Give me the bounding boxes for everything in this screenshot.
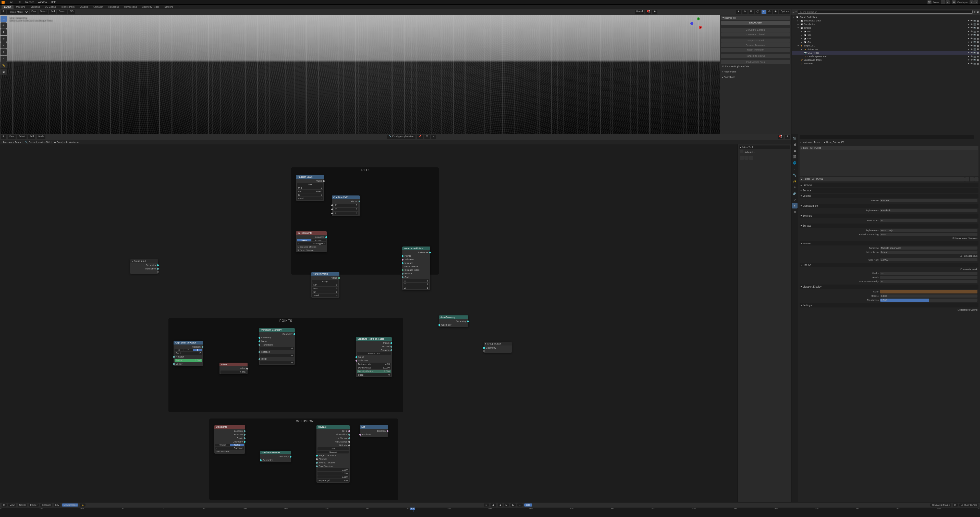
type-dropdown[interactable]: Integer [312,280,339,283]
interpolation-dropdown[interactable]: Linear [880,251,977,254]
npanel-convert-editable[interactable]: Convert to Editable [721,28,790,32]
pass-index-field[interactable]: 0 [880,219,977,222]
npanel-icon-3[interactable] [749,156,753,160]
shading-solid-icon[interactable]: ● [762,10,766,14]
node-menu-select[interactable]: Select [17,135,27,139]
node-header[interactable]: Raycast [317,425,350,429]
viewport-render[interactable] [0,15,720,134]
material-fake-user-icon[interactable] [965,177,969,181]
max-field[interactable]: Max0.000 [297,190,323,193]
mode-selector[interactable]: Object Mode [7,10,29,14]
collection-field[interactable]: ▫Eucalyptus [297,242,326,245]
viewlayer-selector[interactable]: ▦ ViewLayer [950,0,969,4]
node-random-value-1[interactable]: Random Value Value Float Min0 Max0.000 I… [296,175,324,201]
viewport-menu-view[interactable]: View [30,10,38,14]
npanel-active-tool-header[interactable]: ▾ Active Tool [739,145,790,149]
gizmo-y-axis[interactable]: Y [697,17,700,21]
transparent-shadows-check[interactable]: Transparent Shadows [953,237,977,240]
outliner-tree[interactable]: ▾▣Scene Collection ▸▣Eucalyptus small⏷👁📷… [791,15,980,134]
node-shield-icon[interactable]: 🛡 [425,135,430,139]
tree-row[interactable]: ▾▲Empty.001⏷👁📷▦ [792,44,980,48]
node-header[interactable]: Random Value [296,175,324,179]
panel-volume[interactable]: Volume [800,194,978,198]
tree-row[interactable]: ▾▣botaniq⏷👁📷▦ [792,26,980,30]
tool-cursor-icon[interactable]: ✛ [0,22,6,29]
node-menu-node[interactable]: Node [37,135,45,139]
node-header[interactable]: Distribute Points on Faces [356,337,392,340]
node-object-info[interactable]: Object Info Location Rotation Scale Geom… [215,425,245,454]
ptab-world-icon[interactable]: 🌐 [792,160,797,165]
node-value[interactable]: Value Value 5.000 [220,363,248,374]
outliner-filter-icon[interactable]: ⚙ [974,11,976,13]
crumb-nodegroup[interactable]: ◆ Eucalyputs plantation [54,141,79,143]
node-header[interactable]: Transform Geometry [259,328,295,332]
tree-row[interactable]: 📷CAS_Video⏷👁📷▦ [792,51,980,55]
options-dropdown[interactable]: Options [779,10,790,14]
node-overlay-icon[interactable]: ⊕ [785,135,790,139]
tab-texpaint[interactable]: Texture Paint [59,5,77,9]
tab-scripting[interactable]: Scripting [162,5,176,9]
node-header[interactable]: Object Info [215,425,245,429]
ptab-texture-icon[interactable]: ▨ [792,209,797,215]
tree-root[interactable]: ▾▣Scene Collection [792,15,980,19]
gizmo-z-axis[interactable]: Z [690,22,694,25]
npanel-adjustments[interactable]: Adjustments [721,70,790,73]
scene-delete-icon[interactable]: × [945,0,950,4]
npanel-reset-transform[interactable]: Reset Transform [721,48,790,52]
ptab-viewlayer-icon[interactable]: ▦ [792,148,797,153]
outliner-new-coll-icon[interactable]: ▣ [977,11,979,13]
gizmo-x-axis[interactable]: X [699,26,702,29]
tab-compositing[interactable]: Compositing [121,5,139,9]
material-new-icon[interactable] [970,177,974,181]
step-rate-field[interactable]: 1.0000 [880,258,977,261]
navigation-gizmo[interactable]: X Y Z [689,17,702,30]
node-header[interactable]: Join Geometry [439,315,468,319]
ptab-scene-icon[interactable]: 🎬 [792,154,797,159]
material-unlink-icon[interactable] [974,177,978,181]
panel-viewport-display[interactable]: Viewport Display [800,285,978,289]
outliner-type-icon[interactable]: ☰ [792,11,794,13]
node-menu-add[interactable]: Add [28,135,35,139]
tab-geonodes[interactable]: Geometry Nodes [139,5,162,9]
object-field[interactable]: ▫Suzanne [215,447,244,450]
node-collection-info[interactable]: Collection Info Instances OriginalRelati… [296,231,327,252]
viewport-menu-gis[interactable]: GIS [68,10,75,14]
material-name-field[interactable]: Base_Sol-dry.001 [804,177,965,181]
npanel-remove-transform[interactable]: Remove Transform [721,43,790,47]
emission-sampling-dropdown[interactable]: Auto [880,233,977,236]
scene-selector[interactable]: 🎬 Scene [926,0,941,4]
node-join-geometry[interactable]: Join Geometry Geometry Geometry [439,315,468,327]
node-menu-view[interactable]: View [8,135,16,139]
panel-settings[interactable]: Settings [800,213,978,218]
viewport-menu-select[interactable]: Select [38,10,48,14]
node-unlink-icon[interactable]: × [431,135,436,139]
menu-help[interactable]: Help [49,1,59,3]
viewlayer-new-icon[interactable]: + [969,0,974,4]
material-mask-check[interactable]: Material Mask [960,268,977,271]
node-header[interactable]: Not [360,425,388,429]
tree-row[interactable]: ▸▣Eucalyptus small⏷👁📷▦ [792,19,980,22]
node-header[interactable]: Instance on Points [402,247,430,250]
npanel-icon-2[interactable] [745,156,749,160]
xray-toggle-icon[interactable]: ▦ [749,10,754,14]
node-header[interactable]: ▸ Group Input [130,259,158,263]
tab-add[interactable]: + [176,5,182,9]
backface-culling-check[interactable]: Backface Culling [958,309,977,311]
npanel-remove-duplicate[interactable]: ✕Remove Duplicate Data [721,65,790,68]
outliner-display-icon[interactable]: ▾ [795,11,797,13]
tl-keyframe-next-icon[interactable]: |▶ [511,503,516,506]
panel-preview[interactable]: Preview [800,183,978,187]
tl-preview-range-icon[interactable]: ⊞ [953,503,958,506]
tree-row[interactable]: ▽Landscape Ground⏷👁📷▦ [792,55,980,58]
ptab-object-icon[interactable]: ▫ [792,166,797,172]
tl-current-frame[interactable]: 306 [524,503,532,506]
tree-row[interactable]: ▽Landscape Trees⏷👁📷▦ [792,58,980,62]
space-toggle[interactable]: OriginalRelative [297,239,326,242]
tl-jump-start-icon[interactable]: ⏮ [484,503,489,506]
material-slot-0[interactable]: ● Base_Sol-dry.001 [800,146,978,150]
id-field[interactable]: ID0 [312,290,339,293]
reset-children-check[interactable]: Reset Children [297,249,326,251]
node-header[interactable]: Random Value [311,272,339,275]
node-canvas[interactable]: ▸ Group Input Geometry Translation TREES… [0,145,791,502]
min-field[interactable]: Min0 [297,186,323,189]
